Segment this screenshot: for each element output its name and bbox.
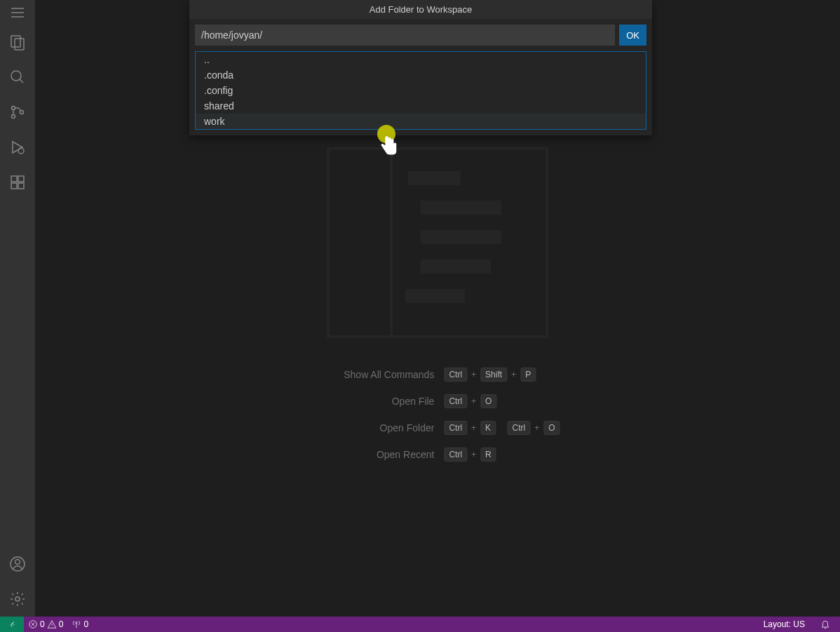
- extensions-tab[interactable]: [0, 165, 35, 200]
- ports-button[interactable]: 0: [67, 617, 93, 632]
- shortcut-hints: Show All Commands Ctrl+ Shift+ P Open Fi…: [315, 368, 560, 462]
- notifications-button[interactable]: [816, 617, 834, 632]
- svg-point-2: [11, 71, 21, 81]
- hint-show-all-label: Show All Commands: [315, 368, 434, 381]
- suggestion-shared[interactable]: shared: [196, 98, 646, 114]
- svg-point-5: [20, 111, 24, 114]
- ports-count: 0: [83, 619, 88, 629]
- warning-icon: [47, 619, 57, 629]
- suggestion-work[interactable]: work: [196, 114, 646, 129]
- key-ctrl: Ctrl: [508, 421, 531, 435]
- remote-button[interactable]: [0, 617, 24, 632]
- key-ctrl: Ctrl: [444, 368, 467, 382]
- folder-suggestions: .. .conda .config shared work: [195, 51, 646, 130]
- svg-rect-9: [11, 183, 17, 189]
- hint-open-file-label: Open File: [315, 395, 434, 408]
- antenna-icon: [72, 619, 81, 629]
- error-count: 0: [40, 619, 45, 629]
- key-p: P: [520, 368, 536, 382]
- error-icon: [28, 619, 38, 629]
- suggestion-parent[interactable]: ..: [196, 52, 646, 67]
- add-folder-modal: Add Folder to Workspace OK .. .conda .co…: [189, 0, 652, 135]
- folder-path-input[interactable]: [195, 25, 615, 46]
- keyboard-layout[interactable]: Layout: US: [759, 617, 809, 632]
- source-control-tab[interactable]: [0, 95, 35, 130]
- svg-rect-1: [15, 39, 24, 50]
- problems-button[interactable]: 0 0: [24, 617, 67, 632]
- svg-rect-10: [18, 183, 24, 189]
- key-ctrl: Ctrl: [444, 394, 467, 408]
- svg-point-12: [15, 560, 20, 565]
- key-shift: Shift: [480, 368, 507, 382]
- status-bar: 0 0 0 Layout: US: [0, 617, 840, 632]
- key-o: O: [543, 421, 560, 435]
- key-r: R: [480, 448, 496, 462]
- svg-point-6: [18, 148, 24, 154]
- explorer-tab[interactable]: [0, 25, 35, 60]
- bell-icon: [820, 619, 830, 629]
- svg-rect-7: [11, 176, 17, 182]
- svg-point-3: [12, 107, 15, 110]
- suggestion-config[interactable]: .config: [196, 83, 646, 98]
- key-ctrl: Ctrl: [444, 421, 467, 435]
- activity-bar: [0, 0, 35, 617]
- svg-rect-0: [11, 36, 20, 47]
- settings-button[interactable]: [0, 581, 35, 617]
- welcome-watermark: [327, 147, 548, 338]
- hint-open-recent-label: Open Recent: [315, 448, 434, 461]
- warning-count: 0: [59, 619, 64, 629]
- search-tab[interactable]: [0, 60, 35, 95]
- key-o: O: [480, 394, 496, 408]
- ok-button[interactable]: OK: [619, 25, 646, 46]
- svg-point-13: [15, 597, 20, 601]
- suggestion-conda[interactable]: .conda: [196, 67, 646, 83]
- svg-point-15: [76, 622, 77, 624]
- modal-title: Add Folder to Workspace: [189, 0, 652, 19]
- run-debug-tab[interactable]: [0, 130, 35, 165]
- key-ctrl: Ctrl: [444, 448, 467, 462]
- menu-button[interactable]: [0, 0, 35, 25]
- svg-point-4: [12, 115, 15, 119]
- svg-rect-8: [18, 176, 24, 182]
- key-k: K: [480, 421, 496, 435]
- accounts-button[interactable]: [0, 546, 35, 581]
- hint-open-folder-label: Open Folder: [315, 422, 434, 434]
